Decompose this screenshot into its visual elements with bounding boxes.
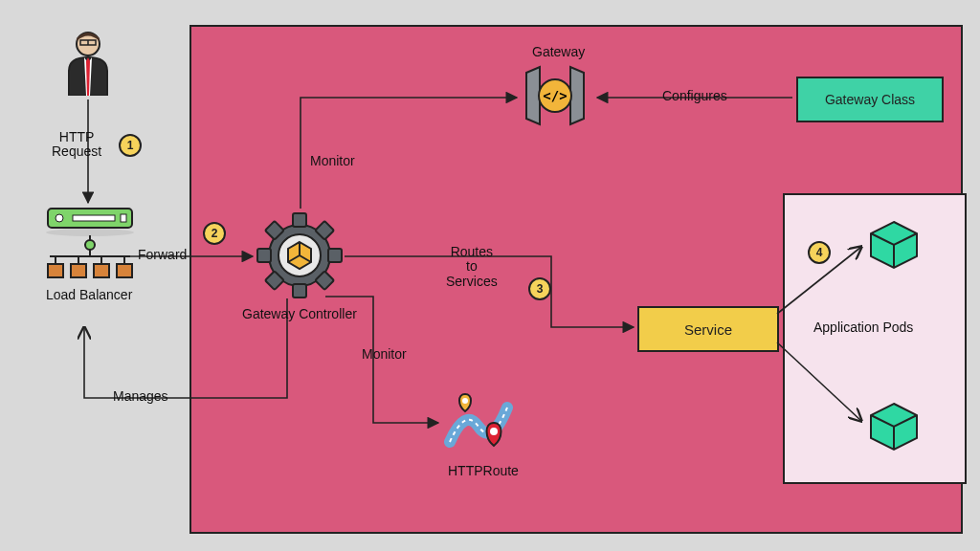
step-badge-3: 3: [528, 277, 551, 300]
configures-label: Configures: [662, 88, 727, 103]
gateway-icon: </>: [521, 65, 590, 126]
badge-4-number: 4: [816, 246, 823, 259]
service-label: Service: [684, 321, 732, 338]
http-request-label: HTTP Request: [52, 130, 101, 160]
svg-rect-21: [293, 213, 306, 227]
diagram-stage: </> Gateway Class Service: [0, 0, 980, 551]
badge-2-number: 2: [212, 227, 218, 240]
pod-cube-icon: [867, 218, 921, 272]
gateway-class-label: Gateway Class: [825, 92, 915, 107]
step-badge-1: 1: [119, 134, 142, 157]
pod-cube-icon: [867, 400, 921, 453]
gateway-controller-label: Gateway Controller: [242, 306, 357, 321]
gateway-controller-icon: [256, 212, 343, 298]
svg-point-8: [85, 240, 95, 250]
gateway-class-box: Gateway Class: [796, 77, 944, 122]
service-box: Service: [637, 306, 779, 352]
svg-point-7: [46, 229, 134, 236]
svg-point-27: [490, 428, 498, 435]
svg-point-26: [462, 398, 468, 404]
badge-1-number: 1: [127, 139, 134, 152]
load-balancer-label: Load Balancer: [46, 287, 132, 302]
application-pods-label: Application Pods: [813, 320, 913, 335]
svg-rect-6: [121, 214, 126, 222]
manages-label: Manages: [113, 388, 168, 404]
svg-text:</>: </>: [543, 88, 567, 103]
monitor-gateway-label: Monitor: [310, 153, 355, 168]
gateway-label: Gateway: [532, 44, 585, 59]
svg-rect-5: [73, 215, 115, 221]
svg-rect-16: [48, 264, 63, 277]
user-icon: [59, 29, 117, 96]
httproute-icon: [442, 388, 517, 455]
load-balancer-icon: [34, 207, 145, 279]
monitor-route-label: Monitor: [362, 346, 407, 362]
svg-point-4: [56, 214, 63, 222]
badge-3-number: 3: [537, 282, 544, 296]
step-badge-2: 2: [203, 222, 226, 245]
step-badge-4: 4: [808, 241, 831, 264]
svg-rect-17: [71, 264, 86, 277]
svg-rect-19: [117, 264, 132, 277]
httproute-label: HTTPRoute: [448, 463, 519, 478]
routes-label: Routes to Services: [446, 245, 498, 289]
forward-label: Forward: [138, 247, 187, 262]
svg-rect-18: [94, 264, 109, 277]
